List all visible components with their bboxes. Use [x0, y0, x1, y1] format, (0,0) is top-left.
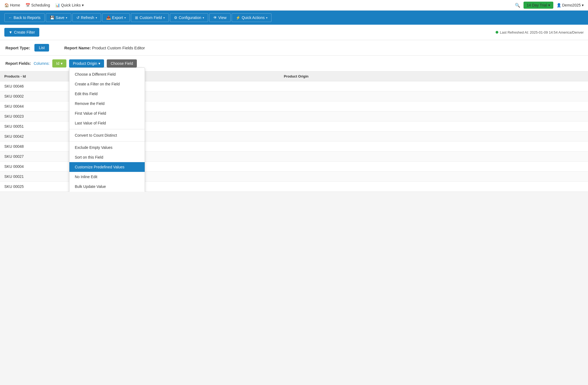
quicklinks-link[interactable]: 📊 Quick Links ▾	[55, 3, 83, 7]
trial-label: 14 Day Trial	[527, 3, 547, 7]
cell-origin[interactable]	[280, 142, 588, 152]
dropdown-item-edit-field[interactable]: Edit this Field	[69, 89, 145, 99]
origin-caret: ▾	[98, 61, 100, 66]
dropdown-divider	[69, 129, 145, 129]
home-label: Home	[10, 3, 20, 7]
report-type-button[interactable]: List	[34, 44, 49, 52]
back-icon: ←	[8, 15, 12, 20]
dropdown-item-remove-field[interactable]: Remove the Field	[69, 99, 145, 108]
quick-actions-caret: ▾	[266, 16, 267, 19]
view-button[interactable]: 👁 View	[209, 13, 231, 22]
cell-origin[interactable]	[280, 131, 588, 142]
id-caret: ▾	[61, 61, 63, 66]
lightning-icon: ⚡	[236, 15, 240, 20]
cell-origin[interactable]	[280, 152, 588, 162]
dropdown-item-create-filter[interactable]: Create a Filter on the Field	[69, 79, 145, 89]
user-button[interactable]: 👤 Demo2025 ▾	[557, 3, 584, 7]
fields-row: Report Fields: Columns: Id ▾ Product Ori…	[0, 56, 588, 72]
dropdown-item-first-value[interactable]: First Value of Field	[69, 108, 145, 118]
user-caret: ▾	[582, 3, 584, 7]
dropdown-item-customize-predefined[interactable]: Customize Predefined Values	[69, 162, 145, 172]
export-button[interactable]: 📤 Export ▾	[102, 13, 130, 22]
dropdown-item-convert-count[interactable]: Convert to Count Distinct	[69, 130, 145, 140]
configuration-caret: ▾	[203, 16, 204, 19]
refresh-status: Last Refreshed At: 2025-01-09 14:54 Amer…	[496, 30, 584, 34]
search-icon[interactable]: 🔍	[515, 3, 520, 8]
save-caret: ▾	[66, 16, 67, 19]
cell-origin[interactable]	[280, 101, 588, 111]
refresh-icon: ↺	[76, 15, 80, 20]
report-name: Report Name: Product Custom Fields Edito…	[64, 46, 145, 50]
custom-field-button[interactable]: ⊞ Custom Field ▾	[131, 13, 169, 22]
cell-origin[interactable]	[280, 81, 588, 91]
top-nav: 🏠 Home 📅 Scheduling 📊 Quick Links ▾ 🔍 14…	[0, 0, 588, 11]
product-origin-dropdown-menu: Choose a Different FieldCreate a Filter …	[69, 68, 145, 192]
chart-icon: 📊	[55, 3, 60, 7]
refresh-button[interactable]: ↺ Refresh ▾	[72, 13, 101, 22]
quicklinks-label: Quick Links	[61, 3, 80, 7]
export-caret: ▾	[124, 16, 126, 19]
toolbar: ← Back to Reports 💾 Save ▾ ↺ Refresh ▾ 📤…	[0, 11, 588, 25]
user-label: Demo2025	[562, 3, 581, 7]
id-field-button[interactable]: Id ▾	[52, 59, 66, 68]
scheduling-link[interactable]: 📅 Scheduling	[25, 3, 50, 7]
quick-actions-button[interactable]: ⚡ Quick Actions ▾	[232, 13, 272, 22]
save-icon: 💾	[50, 15, 54, 20]
custom-field-caret: ▾	[163, 16, 165, 19]
top-nav-left: 🏠 Home 📅 Scheduling 📊 Quick Links ▾	[4, 3, 84, 7]
home-link[interactable]: 🏠 Home	[4, 3, 20, 7]
top-nav-right: 🔍 14 Day Trial ▾ 👤 Demo2025 ▾	[515, 2, 584, 9]
dropdown-item-exclude-empty[interactable]: Exclude Empty Values	[69, 143, 145, 152]
user-icon: 👤	[557, 3, 561, 7]
home-icon: 🏠	[4, 3, 9, 7]
quicklinks-caret: ▾	[82, 3, 84, 7]
status-dot	[496, 31, 498, 34]
report-fields-label: Report Fields:	[5, 61, 31, 66]
col-col-origin-header: Product Origin	[280, 72, 588, 81]
filter-icon: ▼	[9, 30, 12, 34]
dropdown-divider	[69, 141, 145, 142]
report-type-label: Report Type:	[5, 46, 30, 50]
action-bar: ▼ Create Filter Last Refreshed At: 2025-…	[0, 25, 588, 40]
trial-caret: ▾	[548, 3, 550, 7]
dropdown-item-choose-different[interactable]: Choose a Different Field	[69, 69, 145, 79]
dropdown-item-no-inline-edit[interactable]: No Inline Edit	[69, 172, 145, 182]
choose-field-button[interactable]: Choose Field	[107, 59, 137, 68]
cell-origin[interactable]	[280, 121, 588, 131]
cell-origin[interactable]	[280, 91, 588, 101]
save-button[interactable]: 💾 Save ▾	[46, 13, 71, 22]
back-to-reports-button[interactable]: ← Back to Reports	[4, 13, 45, 22]
cell-origin[interactable]	[280, 162, 588, 172]
scheduling-label: Scheduling	[31, 3, 50, 7]
dropdown-item-last-value[interactable]: Last Value of Field	[69, 118, 145, 128]
custom-field-icon: ⊞	[135, 15, 138, 20]
cell-origin[interactable]	[280, 182, 588, 192]
report-info: Report Type: List Report Name: Product C…	[0, 40, 588, 56]
product-origin-button[interactable]: Product Origin ▾	[69, 59, 104, 68]
refresh-caret: ▾	[96, 16, 97, 19]
dropdown-item-bulk-update[interactable]: Bulk Update Value	[69, 182, 145, 191]
dropdown-item-sort-field[interactable]: Sort on this Field	[69, 152, 145, 162]
export-icon: 📤	[106, 15, 111, 20]
trial-button[interactable]: 14 Day Trial ▾	[524, 2, 553, 9]
view-icon: 👁	[213, 15, 217, 20]
cell-origin[interactable]	[280, 172, 588, 182]
columns-link[interactable]: Columns:	[34, 61, 50, 66]
cell-origin[interactable]	[280, 111, 588, 121]
create-filter-button[interactable]: ▼ Create Filter	[4, 28, 39, 37]
gear-icon: ⚙	[174, 15, 177, 20]
calendar-icon: 📅	[25, 3, 30, 7]
product-origin-dropdown-container: Product Origin ▾ Choose a Different Fiel…	[69, 59, 104, 68]
configuration-button[interactable]: ⚙ Configuration ▾	[170, 13, 208, 22]
